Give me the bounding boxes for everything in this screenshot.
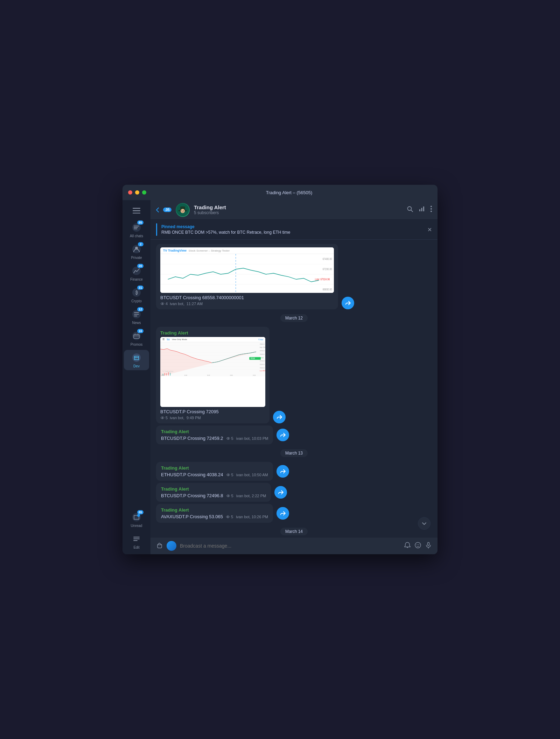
- msg-2-time: 9:49 PM: [187, 416, 201, 420]
- back-unread-badge: .05: [163, 207, 172, 212]
- channel-avatar: [176, 203, 190, 217]
- promos-label: Promos: [131, 343, 142, 346]
- titlebar: Trading Alert – (56505): [122, 185, 438, 200]
- edit-label: Edit: [133, 546, 139, 549]
- svg-rect-31: [423, 206, 424, 211]
- svg-text:09:00: 09:00: [161, 375, 164, 376]
- emoji-button[interactable]: [414, 542, 421, 550]
- pin-close-button[interactable]: ✕: [427, 226, 432, 233]
- message-1: TV TradingView Stock Screener – Strategy…: [156, 244, 338, 309]
- msg-6-sender: Trading Alert: [161, 507, 268, 513]
- finance-badge: 20: [137, 264, 144, 268]
- unread-label: Unread: [131, 524, 142, 528]
- sidebar-item-unread[interactable]: 85 Unread: [124, 509, 149, 530]
- msg-6-content: Trading Alert AVAXUSDT.P Crossing 53.065…: [161, 507, 268, 519]
- svg-rect-0: [133, 208, 140, 209]
- sidebar-item-all-chats[interactable]: 85 All chats: [124, 220, 149, 240]
- svg-point-84: [227, 495, 229, 496]
- dev-label: Dev: [133, 364, 140, 368]
- sidebar-item-finance[interactable]: 20 Finance: [124, 263, 149, 283]
- edit-icon: [131, 533, 142, 544]
- svg-rect-29: [419, 209, 420, 211]
- message-input-area: [150, 537, 438, 554]
- app-body: 85 All chats 2 Private: [122, 200, 438, 554]
- msg-2-views: 5: [160, 416, 168, 420]
- crypto-badge: 31: [137, 286, 144, 290]
- scroll-down-button[interactable]: [418, 517, 430, 530]
- maximize-button[interactable]: [142, 190, 146, 195]
- svg-text:High 72880.0: High 72880.0: [260, 346, 265, 348]
- msg-4-text: ETHUSDT.P Crossing 4038.24: [161, 472, 223, 477]
- app-window: Trading Alert – (56505): [122, 185, 438, 554]
- sidebar-item-news[interactable]: 12 News: [124, 307, 149, 327]
- sidebar-item-menu[interactable]: [124, 203, 149, 218]
- date-separator-march12: March 12: [156, 314, 432, 322]
- date-pill-2: March 13: [280, 449, 308, 457]
- user-avatar: [167, 541, 176, 551]
- svg-point-25: [181, 210, 182, 211]
- svg-line-28: [411, 210, 413, 212]
- svg-rect-11: [134, 314, 139, 315]
- notification-button[interactable]: [404, 542, 411, 550]
- svg-text:71250.0: 71250.0: [260, 364, 265, 365]
- close-button[interactable]: [128, 190, 132, 195]
- finance-icon: 20: [131, 265, 142, 276]
- msg-1-views: 4: [160, 302, 168, 306]
- svg-text:Low 68948: Low 68948: [260, 370, 265, 372]
- sidebar-item-crypto[interactable]: ₿ 31 Crypto: [124, 285, 149, 305]
- messages-area[interactable]: TV TradingView Stock Screener – Strategy…: [150, 240, 438, 537]
- unread-icon: 85: [131, 512, 142, 523]
- svg-text:72760.0: 72760.0: [260, 350, 265, 352]
- pin-text: RMB ONCE BTC DOM >57%, watch for BTC Ret…: [161, 230, 423, 235]
- svg-point-83: [227, 474, 229, 475]
- svg-text:73000.0: 73000.0: [260, 343, 265, 345]
- traffic-lights: [128, 190, 146, 195]
- sidebar-item-dev[interactable]: Dev: [124, 350, 149, 370]
- svg-point-48: [162, 303, 163, 304]
- svg-text:72113: 72113: [251, 358, 255, 359]
- more-button[interactable]: [430, 206, 432, 214]
- forward-button-1[interactable]: [342, 297, 354, 309]
- forward-button-2[interactable]: [273, 411, 286, 423]
- svg-point-17: [137, 514, 140, 517]
- avatar-image: [176, 203, 190, 217]
- svg-rect-35: [160, 254, 334, 293]
- svg-point-33: [430, 208, 432, 210]
- svg-rect-74: [170, 373, 170, 375]
- msg-5-content: Trading Alert BTCUSDT.P Crossing 72496.8…: [161, 486, 266, 498]
- forward-button-6[interactable]: [276, 507, 289, 520]
- svg-text:₿: ₿: [135, 290, 138, 295]
- chat-info: Trading Alert 5 subscribers: [194, 204, 402, 215]
- msg-5-sender: Trading Alert: [161, 486, 266, 492]
- channel-name: Trading Alert: [194, 204, 402, 210]
- svg-point-32: [430, 206, 432, 207]
- svg-point-85: [227, 516, 229, 517]
- msg-3-views: 5: [226, 436, 233, 441]
- hamburger-icon: [131, 205, 142, 216]
- svg-rect-72: [166, 373, 167, 376]
- sidebar-item-edit[interactable]: Edit: [124, 531, 149, 551]
- minimize-button[interactable]: [135, 190, 139, 195]
- search-button[interactable]: [407, 206, 413, 214]
- private-icon: 2: [131, 244, 142, 255]
- svg-point-24: [181, 209, 185, 213]
- forward-button-3[interactable]: [276, 429, 289, 441]
- back-button[interactable]: [156, 207, 159, 212]
- svg-text:21:00: 21:00: [253, 375, 255, 376]
- sidebar-item-private[interactable]: 2 Private: [124, 241, 149, 262]
- promos-icon: 16: [131, 330, 142, 342]
- msg-5-text: BTCUSDT.P Crossing 72496.8: [161, 493, 223, 498]
- message-3: Trading Alert BTCUSDT.P Crossing 72459.2…: [156, 425, 273, 444]
- sidebar-item-promos[interactable]: 16 Promos: [124, 328, 149, 349]
- svg-text:72500.0: 72500.0: [260, 353, 265, 355]
- forward-button-4[interactable]: [276, 465, 289, 478]
- msg-1-meta: 4 ivan bot, 11:27 AM: [160, 302, 334, 306]
- message-input[interactable]: [180, 543, 400, 549]
- window-title: Trading Alert – (56505): [146, 190, 432, 195]
- svg-text:67200.00: 67200.00: [323, 267, 332, 271]
- voice-button[interactable]: [425, 542, 432, 550]
- attachment-button[interactable]: [156, 542, 163, 550]
- forward-button-5[interactable]: [274, 486, 287, 499]
- stats-button[interactable]: [419, 206, 425, 214]
- chat-header: .05: [150, 200, 438, 220]
